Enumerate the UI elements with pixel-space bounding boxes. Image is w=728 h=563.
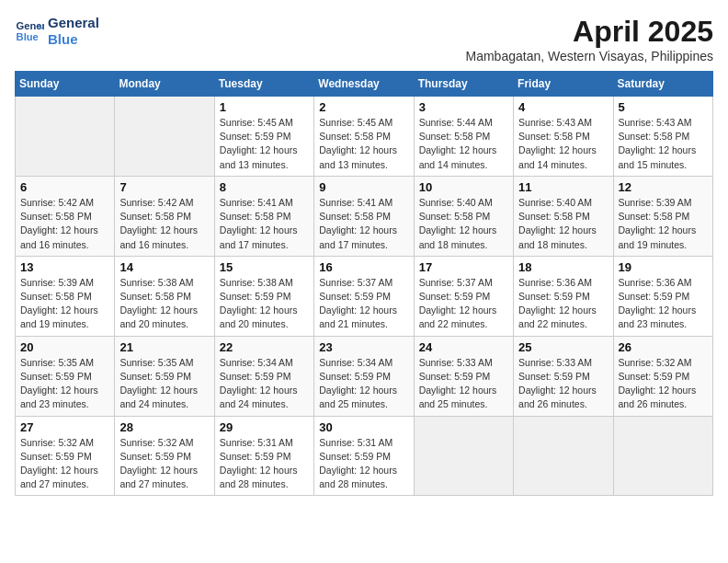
calendar-weekday-wednesday: Wednesday <box>314 72 414 97</box>
day-info: Sunrise: 5:33 AMSunset: 5:59 PMDaylight:… <box>419 356 508 412</box>
day-info: Sunrise: 5:37 AMSunset: 5:59 PMDaylight:… <box>419 276 508 332</box>
day-number: 25 <box>518 340 608 354</box>
day-info: Sunrise: 5:34 AMSunset: 5:59 PMDaylight:… <box>319 356 408 412</box>
day-info: Sunrise: 5:38 AMSunset: 5:58 PMDaylight:… <box>119 276 209 332</box>
calendar-weekday-tuesday: Tuesday <box>214 72 313 97</box>
day-info: Sunrise: 5:42 AMSunset: 5:58 PMDaylight:… <box>20 196 109 252</box>
calendar-cell: 17Sunrise: 5:37 AMSunset: 5:59 PMDayligh… <box>414 256 513 336</box>
day-info: Sunrise: 5:36 AMSunset: 5:59 PMDaylight:… <box>518 276 608 332</box>
calendar-cell: 4Sunrise: 5:43 AMSunset: 5:58 PMDaylight… <box>514 97 613 177</box>
month-title: April 2025 <box>465 15 713 49</box>
calendar-cell: 7Sunrise: 5:42 AMSunset: 5:58 PMDaylight… <box>115 176 214 256</box>
day-number: 12 <box>619 180 708 194</box>
day-number: 21 <box>119 340 209 354</box>
calendar-cell: 3Sunrise: 5:44 AMSunset: 5:58 PMDaylight… <box>414 97 513 177</box>
calendar-week-4: 20Sunrise: 5:35 AMSunset: 5:59 PMDayligh… <box>16 336 713 416</box>
day-info: Sunrise: 5:32 AMSunset: 5:59 PMDaylight:… <box>119 436 209 492</box>
day-info: Sunrise: 5:45 AMSunset: 5:58 PMDaylight:… <box>319 116 408 172</box>
calendar-header-row: SundayMondayTuesdayWednesdayThursdayFrid… <box>16 72 713 97</box>
calendar-cell <box>414 416 513 496</box>
day-number: 14 <box>119 260 209 274</box>
day-info: Sunrise: 5:44 AMSunset: 5:58 PMDaylight:… <box>419 116 508 172</box>
calendar-cell <box>613 416 712 496</box>
calendar-week-5: 27Sunrise: 5:32 AMSunset: 5:59 PMDayligh… <box>16 416 713 496</box>
calendar-cell: 1Sunrise: 5:45 AMSunset: 5:59 PMDaylight… <box>214 97 313 177</box>
day-info: Sunrise: 5:35 AMSunset: 5:59 PMDaylight:… <box>20 356 109 412</box>
day-info: Sunrise: 5:40 AMSunset: 5:58 PMDaylight:… <box>518 196 608 252</box>
day-number: 11 <box>518 180 608 194</box>
page-header: General Blue General Blue April 2025 Mam… <box>15 15 713 63</box>
day-info: Sunrise: 5:39 AMSunset: 5:58 PMDaylight:… <box>20 276 109 332</box>
day-info: Sunrise: 5:43 AMSunset: 5:58 PMDaylight:… <box>619 116 708 172</box>
day-number: 22 <box>220 340 309 354</box>
day-number: 6 <box>20 180 109 194</box>
day-info: Sunrise: 5:31 AMSunset: 5:59 PMDaylight:… <box>220 436 309 492</box>
day-info: Sunrise: 5:45 AMSunset: 5:59 PMDaylight:… <box>220 116 309 172</box>
calendar-cell: 20Sunrise: 5:35 AMSunset: 5:59 PMDayligh… <box>16 336 115 416</box>
calendar-cell <box>514 416 613 496</box>
calendar-cell: 29Sunrise: 5:31 AMSunset: 5:59 PMDayligh… <box>214 416 313 496</box>
logo-general: General <box>48 15 99 31</box>
calendar-cell: 9Sunrise: 5:41 AMSunset: 5:58 PMDaylight… <box>314 176 414 256</box>
calendar-cell: 23Sunrise: 5:34 AMSunset: 5:59 PMDayligh… <box>314 336 414 416</box>
day-number: 8 <box>220 180 309 194</box>
calendar-cell: 24Sunrise: 5:33 AMSunset: 5:59 PMDayligh… <box>414 336 513 416</box>
calendar-weekday-thursday: Thursday <box>414 72 513 97</box>
calendar-cell: 12Sunrise: 5:39 AMSunset: 5:58 PMDayligh… <box>613 176 712 256</box>
calendar-cell: 2Sunrise: 5:45 AMSunset: 5:58 PMDaylight… <box>314 97 414 177</box>
day-info: Sunrise: 5:36 AMSunset: 5:59 PMDaylight:… <box>619 276 708 332</box>
calendar-cell: 5Sunrise: 5:43 AMSunset: 5:58 PMDaylight… <box>613 97 712 177</box>
day-info: Sunrise: 5:32 AMSunset: 5:59 PMDaylight:… <box>20 436 109 492</box>
calendar-cell: 16Sunrise: 5:37 AMSunset: 5:59 PMDayligh… <box>314 256 414 336</box>
calendar-cell: 15Sunrise: 5:38 AMSunset: 5:59 PMDayligh… <box>214 256 313 336</box>
calendar-cell: 26Sunrise: 5:32 AMSunset: 5:59 PMDayligh… <box>613 336 712 416</box>
calendar-weekday-friday: Friday <box>514 72 613 97</box>
calendar-cell: 25Sunrise: 5:33 AMSunset: 5:59 PMDayligh… <box>514 336 613 416</box>
day-number: 5 <box>619 100 708 114</box>
calendar-table: SundayMondayTuesdayWednesdayThursdayFrid… <box>15 71 713 496</box>
day-info: Sunrise: 5:33 AMSunset: 5:59 PMDaylight:… <box>518 356 608 412</box>
calendar-cell <box>16 97 115 177</box>
calendar-cell: 22Sunrise: 5:34 AMSunset: 5:59 PMDayligh… <box>214 336 313 416</box>
day-number: 26 <box>619 340 708 354</box>
day-number: 2 <box>319 100 408 114</box>
title-block: April 2025 Mambagatan, Western Visayas, … <box>465 15 713 63</box>
logo-blue: Blue <box>48 31 99 48</box>
calendar-cell: 21Sunrise: 5:35 AMSunset: 5:59 PMDayligh… <box>115 336 214 416</box>
logo-icon: General Blue <box>15 17 44 46</box>
calendar-cell: 27Sunrise: 5:32 AMSunset: 5:59 PMDayligh… <box>16 416 115 496</box>
day-number: 17 <box>419 260 508 274</box>
day-number: 23 <box>319 340 408 354</box>
day-info: Sunrise: 5:39 AMSunset: 5:58 PMDaylight:… <box>619 196 708 252</box>
day-info: Sunrise: 5:35 AMSunset: 5:59 PMDaylight:… <box>119 356 209 412</box>
calendar-cell: 14Sunrise: 5:38 AMSunset: 5:58 PMDayligh… <box>115 256 214 336</box>
day-number: 24 <box>419 340 508 354</box>
day-info: Sunrise: 5:37 AMSunset: 5:59 PMDaylight:… <box>319 276 408 332</box>
calendar-cell <box>115 97 214 177</box>
calendar-cell: 18Sunrise: 5:36 AMSunset: 5:59 PMDayligh… <box>514 256 613 336</box>
day-number: 19 <box>619 260 708 274</box>
day-info: Sunrise: 5:43 AMSunset: 5:58 PMDaylight:… <box>518 116 608 172</box>
day-number: 10 <box>419 180 508 194</box>
day-number: 1 <box>220 100 309 114</box>
calendar-cell: 6Sunrise: 5:42 AMSunset: 5:58 PMDaylight… <box>16 176 115 256</box>
svg-text:Blue: Blue <box>17 31 39 42</box>
day-number: 13 <box>20 260 109 274</box>
location: Mambagatan, Western Visayas, Philippines <box>465 49 713 63</box>
logo: General Blue General Blue <box>15 15 99 48</box>
calendar-cell: 19Sunrise: 5:36 AMSunset: 5:59 PMDayligh… <box>613 256 712 336</box>
calendar-cell: 11Sunrise: 5:40 AMSunset: 5:58 PMDayligh… <box>514 176 613 256</box>
calendar-cell: 10Sunrise: 5:40 AMSunset: 5:58 PMDayligh… <box>414 176 513 256</box>
day-number: 30 <box>319 420 408 434</box>
day-number: 18 <box>518 260 608 274</box>
day-number: 28 <box>119 420 209 434</box>
day-number: 29 <box>220 420 309 434</box>
calendar-cell: 13Sunrise: 5:39 AMSunset: 5:58 PMDayligh… <box>16 256 115 336</box>
day-info: Sunrise: 5:32 AMSunset: 5:59 PMDaylight:… <box>619 356 708 412</box>
day-info: Sunrise: 5:34 AMSunset: 5:59 PMDaylight:… <box>220 356 309 412</box>
day-number: 7 <box>119 180 209 194</box>
calendar-cell: 8Sunrise: 5:41 AMSunset: 5:58 PMDaylight… <box>214 176 313 256</box>
calendar-cell: 28Sunrise: 5:32 AMSunset: 5:59 PMDayligh… <box>115 416 214 496</box>
calendar-week-3: 13Sunrise: 5:39 AMSunset: 5:58 PMDayligh… <box>16 256 713 336</box>
day-info: Sunrise: 5:40 AMSunset: 5:58 PMDaylight:… <box>419 196 508 252</box>
